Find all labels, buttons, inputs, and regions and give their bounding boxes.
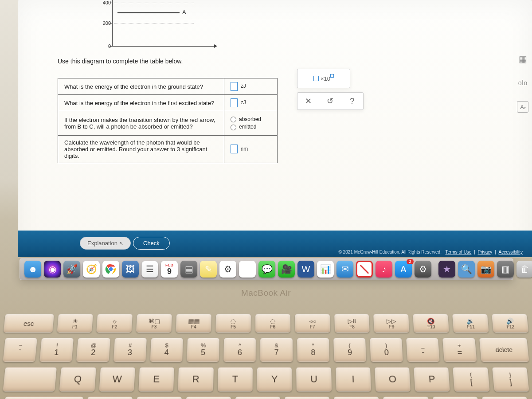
key-l[interactable]: L (482, 396, 529, 399)
instruction-text: Use this diagram to complete the table b… (58, 58, 514, 65)
key-f8[interactable]: ▷IIF8 (334, 314, 370, 332)
key-o[interactable]: O (375, 367, 411, 391)
imovie-icon[interactable]: ★ (438, 261, 455, 278)
key-2[interactable]: @2 (76, 338, 110, 362)
key-bracket[interactable]: {[ (453, 367, 489, 391)
periodic-table-icon[interactable]: olo (517, 77, 528, 89)
launchpad-icon[interactable]: 🚀 (63, 261, 80, 278)
key-1[interactable]: !1 (39, 338, 74, 362)
notes-icon[interactable]: ✎ (200, 261, 217, 278)
key-g[interactable]: G (285, 396, 330, 399)
mail-icon[interactable]: ✉ (336, 261, 353, 278)
photos-icon[interactable]: ✿ (239, 261, 256, 278)
blocked-icon[interactable] (356, 261, 373, 278)
app-icon[interactable]: ⚙ (219, 261, 236, 278)
question-table: What is the energy of the electron in th… (58, 78, 278, 163)
key-k[interactable]: K (433, 396, 480, 399)
radio-emitted[interactable] (231, 125, 236, 130)
key-w[interactable]: W (99, 367, 135, 391)
key-q[interactable]: Q (59, 367, 96, 391)
key-4[interactable]: $4 (150, 338, 183, 362)
accessibility-link[interactable]: Accessibility (499, 250, 523, 254)
keyboard: esc ☀F1☼F2⌘▢F3▦▦F4◌F5◌F6◃◃F7▷IIF8▷▷F9🔇F1… (0, 310, 532, 399)
trash-icon[interactable]: 🗑 (516, 261, 532, 278)
key-7[interactable]: &7 (260, 338, 293, 362)
preview-icon[interactable]: 🖼 (122, 261, 139, 278)
help-button[interactable]: ? (346, 95, 358, 107)
key-u[interactable]: U (296, 367, 332, 391)
input-ground-energy[interactable] (231, 82, 238, 91)
key-3[interactable]: #3 (113, 338, 147, 362)
key-f6[interactable]: ◌F6 (255, 314, 290, 332)
key-f9[interactable]: ▷▷F9 (373, 314, 409, 332)
key-6[interactable]: ^6 (223, 338, 256, 362)
app-icon[interactable]: ▥ (497, 261, 514, 278)
key-t[interactable]: T (218, 367, 253, 391)
key-esc[interactable]: esc (3, 314, 54, 332)
app-icon[interactable]: ▤ (180, 261, 197, 278)
key-f4[interactable]: ▦▦F4 (176, 314, 211, 332)
undo-button[interactable]: ↺ (325, 95, 336, 107)
reminders-icon[interactable]: ☰ (141, 261, 158, 278)
key-8[interactable]: *8 (297, 338, 330, 362)
explanation-button[interactable]: Explanation ↖ (80, 237, 131, 250)
key-9[interactable]: (9 (333, 338, 366, 362)
key-p[interactable]: P (414, 367, 450, 391)
key-f10[interactable]: 🔇F10 (413, 314, 449, 332)
key-delete[interactable]: delete (479, 338, 529, 362)
terms-link[interactable]: Terms of Use (446, 250, 472, 254)
facetime-icon[interactable]: 🎥 (278, 261, 295, 278)
privacy-link[interactable]: Privacy (478, 250, 493, 254)
key-f5[interactable]: ◌F5 (215, 314, 251, 332)
key-f7[interactable]: ◃◃F7 (295, 314, 330, 332)
key-bracket[interactable]: }] (492, 367, 529, 391)
clear-button[interactable]: ✕ (303, 95, 314, 107)
calendar-icon[interactable]: FEB9 (161, 261, 178, 278)
word-icon[interactable]: W (297, 261, 314, 278)
key-r[interactable]: R (178, 367, 213, 391)
finder-icon[interactable]: ☻ (24, 261, 41, 278)
siri-icon[interactable]: ◉ (44, 261, 61, 278)
key-j[interactable]: J (383, 396, 430, 399)
constants-icon[interactable]: Aᵣ (517, 101, 528, 113)
input-wavelength[interactable] (231, 145, 238, 153)
key-a[interactable]: A (86, 396, 133, 399)
key-e[interactable]: E (138, 367, 174, 391)
input-excited-energy[interactable] (231, 98, 238, 107)
label-emitted: emitted (239, 124, 256, 130)
key-f11[interactable]: 🔉F11 (452, 314, 489, 332)
key-f[interactable]: F (235, 396, 280, 399)
level-label-a: A (182, 9, 186, 16)
key-i[interactable]: I (336, 367, 372, 391)
key-y[interactable]: Y (257, 367, 292, 391)
radio-absorbed[interactable] (231, 117, 236, 122)
calculator-icon[interactable]: ▦ (517, 53, 528, 65)
key-`[interactable]: ~` (3, 338, 37, 362)
key-s[interactable]: S (136, 396, 182, 399)
appstore-icon[interactable]: A (395, 261, 412, 278)
table-row: What is the energy of the electron in th… (58, 78, 278, 95)
key-f2[interactable]: ☼F2 (97, 314, 133, 332)
key-5[interactable]: %5 (187, 338, 219, 362)
key-0[interactable]: )0 (370, 338, 403, 362)
system-preferences-icon[interactable]: ⚙ (415, 261, 431, 278)
bottom-bar: Explanation ↖ Check © 2021 McGraw-Hill E… (18, 231, 532, 257)
check-button[interactable]: Check (133, 237, 170, 250)
app-icon[interactable]: 🔍 (458, 261, 475, 278)
key-capslock[interactable] (3, 396, 83, 399)
chrome-icon[interactable] (102, 261, 119, 278)
key-f3[interactable]: ⌘▢F3 (136, 314, 172, 332)
sci-notation-tool[interactable]: ×10 (297, 69, 350, 88)
key-f1[interactable]: ☀F1 (57, 314, 93, 332)
key-h[interactable]: H (334, 396, 380, 399)
key-tab[interactable] (3, 367, 57, 391)
photobooth-icon[interactable]: 📷 (477, 261, 494, 278)
messages-icon[interactable]: 💬 (258, 261, 275, 278)
key--[interactable]: _- (406, 338, 440, 362)
key-d[interactable]: D (185, 396, 231, 399)
chart-app-icon[interactable]: 📊 (317, 261, 334, 278)
key-f12[interactable]: 🔊F12 (492, 314, 528, 332)
key-=[interactable]: += (442, 338, 477, 362)
music-icon[interactable]: ♪ (376, 261, 392, 278)
safari-icon[interactable]: 🧭 (83, 261, 100, 278)
